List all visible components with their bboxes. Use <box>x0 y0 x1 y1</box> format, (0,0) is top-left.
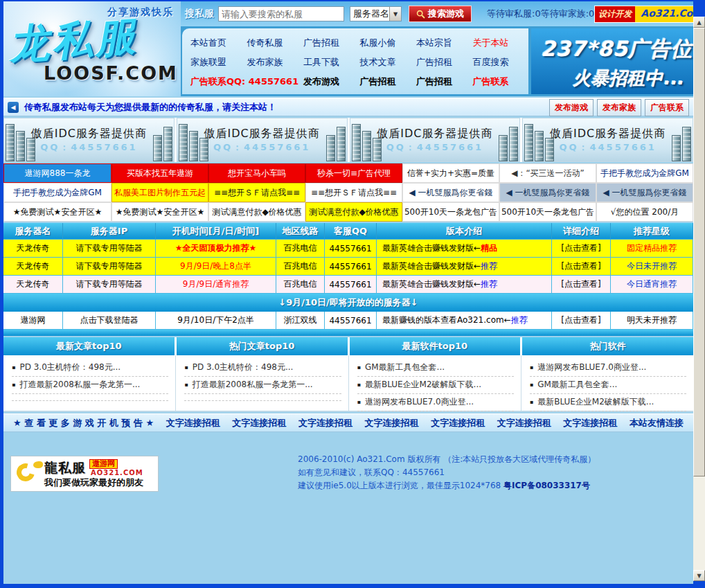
text-ad[interactable]: 秒杀一切≡广告代理 <box>305 163 402 183</box>
nav-item-baidu[interactable]: 百度搜索 <box>464 56 520 69</box>
list-item[interactable]: ▪遨游网发布BLUE7.0商业登... <box>357 394 514 411</box>
scroll-up-button[interactable]: ▲ <box>693 17 705 28</box>
text-ad[interactable]: 手把手教您成为金牌GM <box>3 183 111 202</box>
version-intro[interactable]: 最新英雄合击赚钱发财版←推荐 <box>377 258 552 276</box>
text-ad[interactable]: √您的位置 200/月 <box>596 202 693 222</box>
nav-item-ad4[interactable]: 广告招租 <box>408 75 464 88</box>
list-item[interactable]: ▪打造最新2008私服一条龙第一... <box>184 377 341 394</box>
area-line: 百兆电信 <box>276 240 325 258</box>
text-link-ad[interactable]: 文字连接招租 <box>298 417 352 429</box>
detail-link[interactable]: [点击查看] <box>552 312 611 330</box>
table-row: 天龙传奇 请下载专用等陆器 9月/9日/通宵推荐 百兆电信 44557661 最… <box>3 276 693 294</box>
text-ad[interactable]: 手把手教您成为金牌GM <box>596 163 693 183</box>
open-time: 9月/9日/晚上8点半 <box>156 258 276 276</box>
publish-game-button[interactable]: 发布游戏 <box>549 99 594 116</box>
developer-badge[interactable]: 设计开发 Ao321.Com <box>594 6 693 23</box>
banner-ad-237x85[interactable]: 237*85广告位 火暴招租中... <box>531 28 693 94</box>
server-name[interactable]: 遨游网 <box>3 312 63 330</box>
nav-item-ad-qq[interactable]: 广告联系QQ: 44557661 <box>182 75 295 88</box>
list-item[interactable]: ▪GM最新工具包全套... <box>357 359 514 377</box>
list-item[interactable]: ▪遨游网发布BLUE7.0商业登... <box>530 359 686 377</box>
idc-banner[interactable]: 傲盾IDC服务器提供商 QQ：44557661 <box>522 118 693 162</box>
text-link-ad[interactable]: 文字连接招租 <box>497 417 551 429</box>
list-item-text: PD 3.0主机特价：498元... <box>193 362 294 373</box>
scroll-down-button[interactable]: ▼ <box>693 570 705 581</box>
text-link-ad[interactable]: 文字连接招租 <box>365 417 419 429</box>
idc-banner[interactable]: 傲盾IDC服务器提供商 QQ：44557661 <box>3 118 175 162</box>
text-ad[interactable]: ◀ 一机雙服爲你更省錢 <box>596 183 693 202</box>
nav-item-chuanqi[interactable]: 传奇私服 <box>238 37 294 49</box>
list-item[interactable]: ▪最新BLUE企业M2破解版下载... <box>357 377 514 394</box>
text-ad[interactable]: ◀ 一机雙服爲你更省錢 <box>499 183 596 202</box>
vertical-scrollbar[interactable]: ▲ ▼ <box>693 17 705 581</box>
text-ad[interactable]: 遨游网888一条龙 <box>3 163 111 183</box>
text-ad[interactable]: 买版本找五年遨游 <box>111 163 208 183</box>
more-schedule-link[interactable]: ★ 查 看 更 多 游 戏 开 机 预 告 ★ <box>13 417 154 429</box>
text-ad[interactable]: ≡≡想开ＳＦ请点我≡≡ <box>208 183 305 202</box>
text-ad[interactable]: 信誉+实力+实惠=质量 <box>402 163 499 183</box>
text-ad[interactable]: 500开10天一条龙包广告 <box>499 202 596 222</box>
select-value: 服务器名 <box>350 8 389 20</box>
dev-site-link[interactable]: Ao321.Com <box>635 6 693 22</box>
text-ad[interactable]: ★免费测试★安全开区★ <box>111 202 208 222</box>
text-ad[interactable]: 想开宝马小车吗 <box>208 163 305 183</box>
text-ad[interactable]: ★免费测试★安全开区★ <box>3 202 111 222</box>
text-ad[interactable]: 500开10天一条龙包广告 <box>402 202 499 222</box>
idc-banner[interactable]: 傲盾IDC服务器提供商 QQ：44557661 <box>177 118 348 162</box>
detail-link[interactable]: [点击查看] <box>552 276 611 294</box>
text-ad[interactable]: 测试满意付款◆价格优惠 <box>305 202 402 222</box>
detail-link[interactable]: [点击查看] <box>552 240 611 258</box>
footer-logo[interactable]: 龍私服 遨游网 AO321.COM 我们要做玩家最好的朋友 <box>10 456 159 492</box>
search-button[interactable]: 搜索游戏 <box>409 6 472 22</box>
server-name[interactable]: 天龙传奇 <box>3 240 63 258</box>
list-item[interactable]: ▪GM最新工具包全套... <box>530 377 686 394</box>
list-item-text: 最新BLUE企业M2破解版下载... <box>537 396 654 408</box>
search-input[interactable] <box>218 6 344 21</box>
nav-item-sifu[interactable]: 私服小偷 <box>351 37 407 49</box>
list-item[interactable]: ▪PD 3.0主机特价：498元... <box>184 359 341 377</box>
text-ad[interactable]: ≡≡想开ＳＦ请点我≡≡ <box>305 183 402 202</box>
open-time: 9月/9日/通宵推荐 <box>156 276 276 294</box>
nav-item-about[interactable]: 关于本站 <box>464 37 520 49</box>
chevron-down-icon[interactable]: ▼ <box>389 7 401 21</box>
friend-links[interactable]: 本站友情连接 <box>630 417 684 429</box>
nav-item-pub-family[interactable]: 发布家族 <box>238 56 294 69</box>
publish-family-button[interactable]: 发布家族 <box>597 99 641 116</box>
nav-item-ad2[interactable]: 广告招租 <box>408 56 464 69</box>
ad-contact-button[interactable]: 广告联系 <box>645 99 689 116</box>
text-ad[interactable]: 测试满意付款◆价格优惠 <box>208 202 305 222</box>
star-text: 固定精品推荐 <box>627 242 677 254</box>
icp-license-link[interactable]: 粤ICP备08033317号 <box>503 481 590 490</box>
nav-item-pub-game[interactable]: 发布游戏 <box>295 75 351 88</box>
text-ad[interactable]: 私服美工图片制作五元起 <box>111 183 208 202</box>
nav-item-zongzhi[interactable]: 本站宗旨 <box>408 37 464 49</box>
scrollbar-thumb[interactable] <box>693 28 705 476</box>
text-link-ad[interactable]: 文字连接招租 <box>166 417 220 429</box>
list-item[interactable]: ▪打造最新2008私服一条龙第一... <box>12 377 168 394</box>
text-link-ad[interactable]: 文字连接招租 <box>232 417 286 429</box>
list-item[interactable]: ▪最新BLUE企业M2破解版下载... <box>530 394 686 411</box>
nav-item-ad1[interactable]: 广告招租 <box>295 37 351 49</box>
text-link-ad[interactable]: 文字连接招租 <box>431 417 485 429</box>
search-type-select[interactable]: 服务器名 ▼ <box>350 6 402 21</box>
nav-item-ad3[interactable]: 广告招租 <box>351 75 407 88</box>
text-ad[interactable]: ◀ 一机雙服爲你更省錢 <box>402 183 499 202</box>
nav-item-articles[interactable]: 技术文章 <box>351 56 407 69</box>
list-item[interactable]: ▪PD 3.0主机特价：498元... <box>12 359 168 377</box>
nav-item-ad-contact[interactable]: 广告联系 <box>464 75 520 88</box>
version-intro[interactable]: 最新英雄合击赚钱发财版←精品 <box>377 240 552 258</box>
text-link-ad[interactable]: 文字连接招租 <box>563 417 617 429</box>
server-name[interactable]: 天龙传奇 <box>3 276 63 294</box>
nav-item-tools[interactable]: 工具下载 <box>295 56 351 69</box>
text-ad[interactable]: ◀：“买三送一活动” <box>499 163 596 183</box>
nav-item-home[interactable]: 本站首页 <box>182 37 238 49</box>
idc-banner[interactable]: 傲盾IDC服务器提供商 QQ：44557661 <box>350 118 521 162</box>
detail-link[interactable]: [点击查看] <box>552 258 611 276</box>
open-time-text: 9月/9日/晚上8点半 <box>180 260 251 272</box>
server-name[interactable]: 天龙传奇 <box>3 258 63 276</box>
dev-label: 设计开发 <box>595 6 635 22</box>
site-logo[interactable]: 分享游戏快乐 龙私服 LOOSF.COM <box>3 1 181 96</box>
version-intro[interactable]: 最新英雄合击赚钱发财版←推荐 <box>377 276 552 294</box>
nav-item-family[interactable]: 家族联盟 <box>182 56 238 69</box>
version-intro[interactable]: 最新赚钱的版本查看Ao321.com←推荐 <box>377 312 552 330</box>
